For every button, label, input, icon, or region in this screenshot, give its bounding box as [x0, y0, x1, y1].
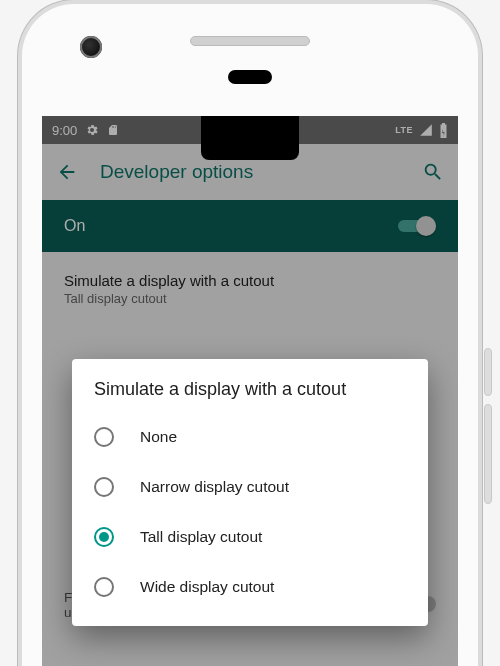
radio-icon [94, 477, 114, 497]
earpiece-speaker-icon [190, 36, 310, 46]
volume-rocker-icon [484, 404, 492, 504]
radio-icon [94, 527, 114, 547]
radio-icon [94, 427, 114, 447]
radio-icon [94, 577, 114, 597]
radio-option-wide[interactable]: Wide display cutout [72, 562, 428, 612]
front-camera-icon [80, 36, 102, 58]
cutout-dialog: Simulate a display with a cutout None Na… [72, 359, 428, 626]
radio-option-none[interactable]: None [72, 412, 428, 462]
proximity-sensor-icon [228, 70, 272, 84]
radio-label: None [140, 428, 177, 446]
phone-frame: 9:00 LTE D [18, 0, 482, 666]
power-button-icon [484, 348, 492, 396]
radio-option-narrow[interactable]: Narrow display cutout [72, 462, 428, 512]
radio-label: Wide display cutout [140, 578, 274, 596]
radio-option-tall[interactable]: Tall display cutout [72, 512, 428, 562]
phone-screen: 9:00 LTE D [42, 116, 458, 666]
radio-label: Narrow display cutout [140, 478, 289, 496]
dialog-title: Simulate a display with a cutout [72, 379, 428, 412]
radio-label: Tall display cutout [140, 528, 262, 546]
phone-bezel [22, 4, 478, 116]
